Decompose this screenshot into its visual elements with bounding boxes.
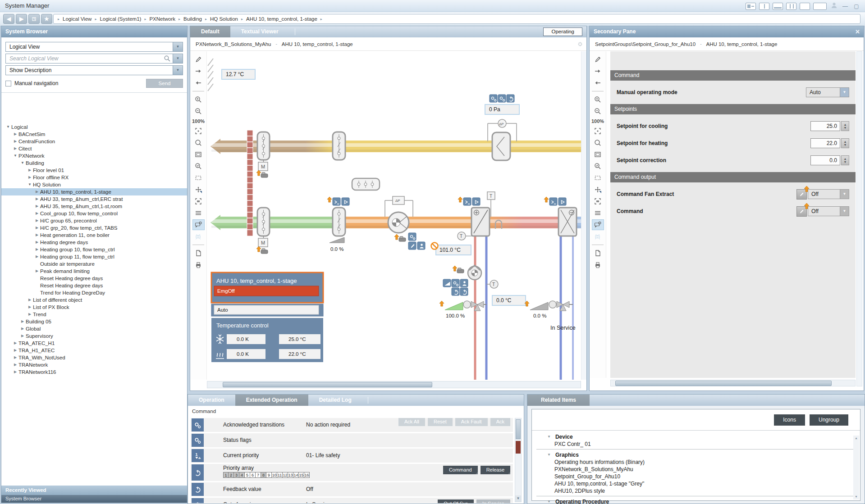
operation-vertical-scrollbar[interactable]: ▼: [515, 418, 522, 502]
wide-pane-icon[interactable]: [813, 3, 827, 10]
tree-item[interactable]: ▶Heating degree days: [1, 239, 187, 246]
related-item[interactable]: Operating hours informations (Binary): [532, 459, 860, 466]
fit-window-icon[interactable]: [592, 149, 604, 160]
priority-slot[interactable]: 12: [283, 472, 288, 478]
breadcrumb-item[interactable]: Logical (System1): [100, 16, 141, 22]
tree-item[interactable]: ▶Floor level 01: [1, 167, 187, 174]
tab-related-items[interactable]: Related Items: [527, 395, 590, 406]
tree-item[interactable]: ▶CentralFunction: [1, 138, 187, 145]
tree-item[interactable]: ▶Heat generation 11, one boiler: [1, 232, 187, 239]
tree-item[interactable]: ▶TRA_ATEC_H1: [1, 340, 187, 347]
pressure-command-buttons[interactable]: [490, 95, 514, 102]
tree-item[interactable]: ▶List of different object: [1, 296, 187, 304]
fit-window-icon[interactable]: [192, 149, 205, 160]
priority-slot[interactable]: 15: [299, 472, 304, 478]
breadcrumb-item[interactable]: Logical View: [63, 16, 92, 22]
scrollbar-thumb[interactable]: [516, 419, 521, 439]
command-value-select[interactable]: Off▼: [808, 206, 849, 216]
favorite-icon[interactable]: ★: [41, 14, 52, 24]
tab-detailed-log[interactable]: Detailed Log: [308, 395, 362, 406]
tree-item[interactable]: ▶Heating group 10, flow temp_ctrl: [1, 246, 187, 253]
tree-item[interactable]: ▶List of PX Block: [1, 304, 187, 311]
tree-expander-icon[interactable]: ▶: [34, 217, 40, 224]
setpoint-group-path[interactable]: SetpointGroups\Setpoint_Group_for_Ahu10: [595, 41, 696, 47]
chevron-down-icon[interactable]: ▼: [840, 190, 849, 199]
priority-slot[interactable]: 11: [277, 472, 283, 478]
view-select[interactable]: Logical View ▼: [5, 42, 183, 52]
arrow-right-icon[interactable]: [592, 66, 604, 77]
chevron-down-icon[interactable]: ▼: [547, 435, 551, 439]
setpoint-input[interactable]: 22.0: [810, 138, 840, 148]
chevron-down-icon[interactable]: ▼: [173, 42, 183, 51]
tree-item[interactable]: Reset Heating degree days: [1, 282, 187, 289]
tree-item[interactable]: ▶Peak demand limiting: [1, 268, 187, 275]
tree-expander-icon[interactable]: ▶: [34, 239, 40, 246]
graphic-name[interactable]: PXNetwork_B_Solutions_MyAhu: [196, 41, 271, 47]
select-object-icon[interactable]: [592, 196, 604, 207]
tree-expander-icon[interactable]: ▶: [12, 138, 18, 145]
recently-viewed-bar[interactable]: Recently Viewed: [1, 486, 187, 495]
zoom-out-icon[interactable]: [592, 106, 604, 117]
back-icon[interactable]: ◀: [3, 14, 14, 24]
gear-icon[interactable]: [577, 41, 583, 48]
select-area-icon[interactable]: [592, 173, 604, 183]
spin-up-icon[interactable]: ▲: [844, 157, 847, 160]
scrollbar-thumb[interactable]: [615, 381, 832, 386]
operating-button[interactable]: Operating: [543, 27, 582, 36]
tree-item[interactable]: ▼PXNetwork: [1, 152, 187, 159]
tree-item[interactable]: ▶Supervisory: [1, 332, 187, 340]
ungroup-button[interactable]: Ungroup: [810, 414, 848, 426]
arrow-left-icon[interactable]: [192, 77, 205, 88]
tab-operation[interactable]: Operation: [188, 395, 235, 406]
priority-slot[interactable]: 5: [245, 472, 250, 478]
tooltip-options-icon[interactable]: [192, 219, 205, 230]
priority-slot[interactable]: 4: [239, 472, 245, 478]
chevron-down-icon[interactable]: ▼: [840, 88, 849, 97]
secondary-horizontal-scrollbar[interactable]: [610, 380, 856, 386]
related-group-header[interactable]: ▼Graphics: [532, 451, 860, 459]
magnifier-icon[interactable]: [592, 137, 604, 148]
tree-expander-icon[interactable]: ▶: [34, 253, 40, 260]
tree-item[interactable]: ▶TRA_H1_ATEC: [1, 347, 187, 354]
zoom-check-icon[interactable]: [592, 161, 604, 172]
cooling-coil-buttons[interactable]: [549, 198, 566, 205]
out-of-svc-button[interactable]: Out Of Svc: [438, 499, 474, 503]
spin-up-icon[interactable]: ▲: [844, 123, 847, 126]
page-setup-icon[interactable]: [192, 248, 205, 259]
tree-expander-icon[interactable]: ▶: [27, 174, 33, 181]
tree-expander-icon[interactable]: ▶: [27, 167, 33, 174]
tree-item[interactable]: Outside air temperature: [1, 260, 187, 268]
related-items-scrollbar[interactable]: ▲ ▼: [853, 436, 859, 499]
breadcrumb-item[interactable]: Building: [183, 16, 202, 22]
chevron-down-icon[interactable]: ▼: [173, 66, 183, 75]
tree-item[interactable]: ▶AHU 33, temp_&hum_ctrl,ERC strat: [1, 195, 187, 203]
user-icon[interactable]: [830, 2, 838, 10]
description-select[interactable]: Show Description ▼: [5, 65, 183, 75]
related-item[interactable]: Setpoint_Group_for_Ahu10: [532, 473, 860, 480]
priority-slot[interactable]: 3: [234, 472, 239, 478]
heating-coil-buttons[interactable]: [463, 198, 480, 205]
fit-center-icon[interactable]: [592, 126, 604, 136]
two-pane-icon[interactable]: [786, 3, 796, 10]
manual-navigation-checkbox[interactable]: [5, 81, 11, 86]
operating-mode-select[interactable]: Auto▼: [806, 87, 849, 97]
priority-slot[interactable]: 13: [288, 472, 293, 478]
display-presets-icon[interactable]: [746, 3, 756, 10]
tree-expander-icon[interactable]: ▶: [12, 354, 18, 361]
fan-command-buttons[interactable]: [408, 233, 425, 250]
related-group-header[interactable]: ▼Operating Procedure: [532, 498, 860, 504]
tree-expander-icon[interactable]: ▼: [27, 181, 33, 188]
tree-item[interactable]: ▶Building 05: [1, 318, 187, 325]
pen-icon[interactable]: [192, 54, 205, 65]
related-item[interactable]: AHU10, 2DPlus style: [532, 487, 860, 495]
tree-expander-icon[interactable]: ▶: [34, 232, 40, 239]
temperature-control-box[interactable]: Temperature control 0.0 K 25.0 °C 0.0 K …: [211, 318, 323, 362]
manual-override-button[interactable]: [796, 206, 807, 217]
layers-icon[interactable]: [192, 208, 205, 218]
tree-expander-icon[interactable]: ▼: [12, 152, 18, 159]
tree-item[interactable]: ▶H/C group 65, precontrol: [1, 217, 187, 224]
command-value-select[interactable]: Off▼: [808, 189, 849, 199]
tab-extended-operation[interactable]: Extended Operation: [235, 395, 308, 406]
tree-item[interactable]: Trend for Heating DegreDay: [1, 289, 187, 296]
related-item[interactable]: PXC Contr_ 01: [532, 440, 860, 448]
